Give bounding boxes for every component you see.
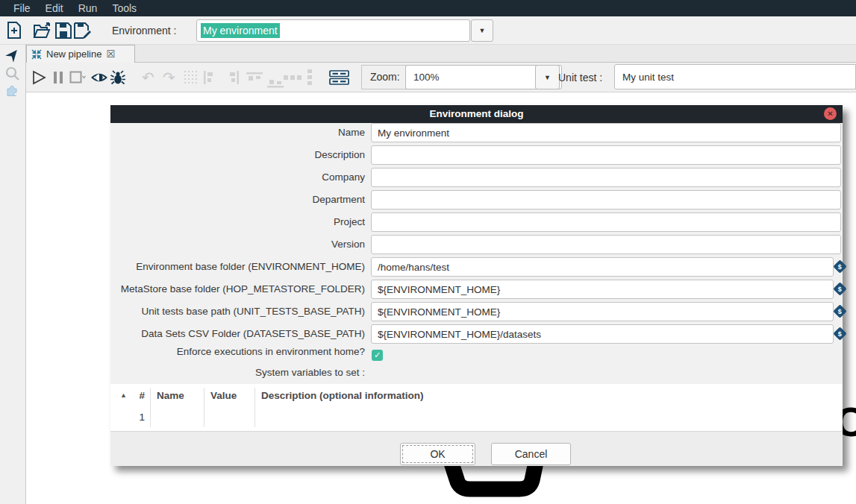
distribute-horizontal-icon[interactable]: [284, 68, 302, 87]
tab-label: New pipeline: [46, 48, 101, 60]
name-input[interactable]: [371, 123, 841, 142]
menu-bar: File Edit Run Tools: [0, 0, 856, 16]
distribute-vertical-icon[interactable]: [307, 68, 313, 87]
pause-icon[interactable]: [53, 68, 63, 87]
datasets-folder-label: Data Sets CSV Folder (DATASETS_BASE_PATH…: [116, 324, 365, 344]
left-rail: [0, 45, 26, 504]
project-label: Project: [116, 212, 365, 232]
enforce-executions-label: Enforce executions in environment home?: [116, 346, 365, 357]
row-number: 1: [131, 412, 145, 423]
search-icon[interactable]: [3, 65, 22, 83]
dialog-footer: OK Cancel: [110, 431, 843, 466]
environment-label: Environment :: [112, 16, 176, 45]
preview-eye-icon[interactable]: [91, 68, 107, 87]
department-input[interactable]: [371, 190, 841, 210]
chevron-down-icon: ▼: [544, 74, 551, 81]
zoom-dropdown-button[interactable]: ▼: [535, 65, 560, 89]
tab-close-icon[interactable]: ☒: [106, 49, 115, 59]
enforce-executions-checkbox[interactable]: ✓: [372, 350, 383, 361]
cancel-button[interactable]: Cancel: [491, 443, 571, 465]
tab-new-pipeline[interactable]: New pipeline ☒: [26, 45, 135, 63]
unit-tests-path-label: Unit tests base path (UNIT_TESTS_BASE_PA…: [116, 302, 365, 321]
column-header-description[interactable]: Description (optional information): [261, 390, 424, 401]
environment-value: My environment: [201, 23, 280, 38]
align-bottom-icon[interactable]: [267, 73, 284, 92]
close-icon: ✕: [827, 110, 833, 118]
plugin-puzzle-icon[interactable]: [3, 82, 22, 100]
system-variables-table[interactable]: ▲ # Name Value Description (optional inf…: [110, 384, 843, 431]
sort-asc-icon[interactable]: ▲: [120, 391, 127, 399]
column-header-value[interactable]: Value: [210, 390, 237, 401]
open-file-icon[interactable]: [33, 21, 52, 40]
metastore-folder-label: MetaStore base folder (HOP_METASTORE_FOL…: [116, 280, 365, 299]
align-right-icon[interactable]: [229, 68, 239, 87]
align-left-icon[interactable]: [204, 68, 213, 87]
datasets-folder-input[interactable]: [371, 324, 834, 344]
system-variables-label: System variables to set :: [116, 367, 365, 378]
check-icon: ✓: [374, 350, 381, 360]
metastore-folder-input[interactable]: [371, 280, 834, 299]
unit-test-input[interactable]: [614, 64, 856, 89]
save-icon[interactable]: [54, 21, 73, 40]
version-input[interactable]: [371, 235, 841, 254]
dollar-glyph: $: [838, 330, 842, 337]
snap-to-grid-icon[interactable]: [184, 68, 199, 87]
execution-results-icon[interactable]: [329, 68, 349, 87]
menu-file[interactable]: File: [6, 0, 38, 16]
new-file-icon[interactable]: [4, 21, 24, 40]
dialog-close-button[interactable]: ✕: [824, 107, 837, 120]
navigate-arrow-icon[interactable]: [3, 46, 22, 64]
description-label: Description: [116, 145, 365, 165]
column-divider: [204, 388, 204, 427]
tab-bar: New pipeline ☒: [26, 45, 856, 63]
column-divider: [254, 388, 255, 427]
dollar-glyph: $: [838, 307, 842, 315]
pipeline-toolbar: ↶ ↷ Zoom: 100% ▼ Unit test :: [26, 63, 856, 92]
run-icon[interactable]: [32, 68, 46, 87]
pipeline-icon: [31, 49, 42, 60]
department-label: Department: [116, 190, 365, 210]
ok-button[interactable]: OK: [400, 443, 475, 465]
chevron-down-icon: ▼: [479, 27, 486, 34]
menu-tools[interactable]: Tools: [104, 0, 144, 16]
column-divider: [150, 388, 151, 427]
environment-home-label: Environment base folder (ENVIRONMENT_HOM…: [116, 257, 365, 277]
column-header-num[interactable]: #: [134, 390, 145, 401]
environment-dialog: Environment dialog ✕ Name Description Co…: [110, 105, 843, 466]
debug-bug-icon[interactable]: [110, 68, 126, 87]
save-as-icon[interactable]: [73, 21, 93, 40]
zoom-label: Zoom:: [361, 65, 409, 89]
name-label: Name: [116, 123, 365, 142]
main-toolbar: Environment : My environment ▼: [0, 16, 856, 45]
column-header-name[interactable]: Name: [157, 390, 184, 401]
redo-icon[interactable]: ↷: [163, 68, 175, 87]
undo-icon[interactable]: ↶: [142, 68, 154, 87]
company-label: Company: [116, 168, 365, 187]
stop-icon[interactable]: [69, 68, 86, 87]
dollar-glyph: $: [838, 285, 842, 292]
version-label: Version: [116, 235, 365, 254]
align-top-icon[interactable]: [246, 68, 263, 87]
company-input[interactable]: [371, 168, 841, 187]
menu-edit[interactable]: Edit: [38, 0, 71, 16]
environment-dropdown-button[interactable]: ▼: [471, 19, 493, 42]
environment-combo[interactable]: My environment: [196, 19, 470, 42]
dollar-glyph: $: [838, 262, 842, 270]
menu-run[interactable]: Run: [71, 0, 105, 16]
description-input[interactable]: [371, 145, 841, 165]
unit-tests-path-input[interactable]: [371, 302, 834, 321]
project-input[interactable]: [371, 212, 841, 232]
unit-test-label: Unit test :: [558, 63, 602, 92]
environment-home-input[interactable]: [371, 257, 834, 277]
dialog-title[interactable]: Environment dialog: [110, 105, 843, 123]
